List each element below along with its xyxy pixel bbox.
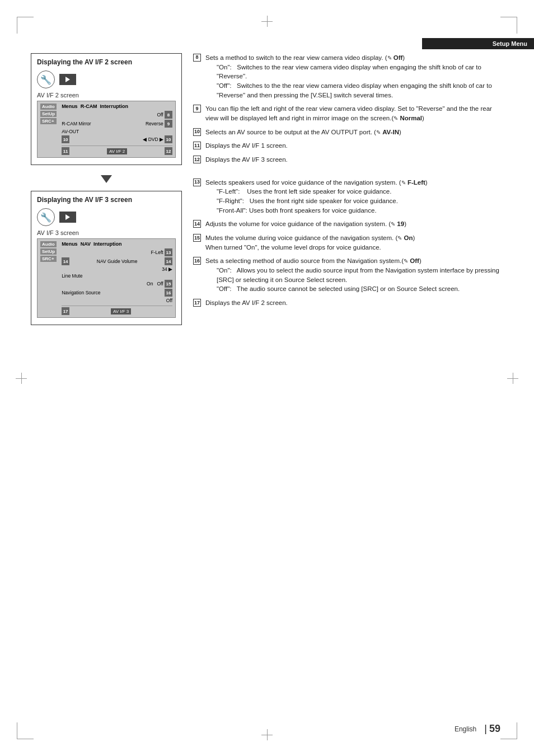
badge-8: 8: [165, 111, 172, 119]
avif3-row7: Off: [62, 297, 172, 304]
avif2-sidebar: Audio SetUp SRC+: [40, 104, 57, 155]
item-13: 13 Selects speakers used for voice guida…: [193, 178, 503, 215]
corner-mark-tr: [500, 17, 517, 34]
badge-9: 9: [165, 120, 172, 128]
right-column: 8 Sets a method to switch to the rear vi…: [193, 53, 503, 333]
avif2-nav-label: AV I/F 2: [107, 148, 127, 154]
avif3-row4: Line Mute: [62, 273, 172, 279]
badge-14a: 14: [62, 257, 69, 265]
avif2-badge-right: 12: [165, 147, 172, 155]
avif3-badge-left: 17: [62, 307, 69, 315]
spacer-mid: [193, 169, 503, 178]
badge-13: 13: [165, 248, 172, 256]
avif3-icons: 🔧: [37, 208, 176, 226]
avif2-icons: 🔧: [37, 71, 176, 88]
avif3-menu-area: Menus NAV Interruption F-Left 13 14 NAV …: [62, 241, 172, 315]
corner-mark-tl: [17, 17, 34, 34]
avif3-screen-mockup: Audio SetUp SRC+ Menus NAV Interruption …: [37, 238, 176, 318]
avif3-sidebar: Audio SetUp SRC+: [40, 241, 57, 315]
avif3-row3: 34 ▶: [62, 266, 172, 273]
cross-mark-right: [507, 373, 518, 384]
avif2-row2: R-CAM Mirror Reverse 9: [62, 119, 172, 128]
avif3-title: Displaying the AV I/F 3 screen: [37, 196, 176, 204]
footer-page-number: 59: [489, 723, 500, 735]
badge-15: 15: [165, 280, 172, 288]
item-10: 10 Selects an AV source to be output at …: [193, 128, 503, 137]
item-9: 9 You can flip the left and right of the…: [193, 104, 503, 123]
avif2-wrench-icon: 🔧: [37, 71, 55, 88]
avif2-section: Displaying the AV I/F 2 screen 🔧 AV I/F …: [31, 53, 182, 165]
avif3-row2: 14 NAV Guide Volume 14: [62, 257, 172, 266]
avif2-src-btn: SRC+: [40, 118, 57, 124]
avif2-audio-btn: Audio: [40, 104, 57, 110]
avif2-badge-left: 11: [62, 147, 69, 155]
item-16: 16 Sets a selecting method of audio sour…: [193, 256, 503, 294]
left-column: Displaying the AV I/F 2 screen 🔧 AV I/F …: [31, 53, 182, 333]
item-17: 17 Displays the AV I/F 2 screen.: [193, 298, 503, 308]
avif3-section: Displaying the AV I/F 3 screen 🔧 AV I/F …: [31, 191, 182, 325]
avif2-menu-area: Menus R-CAM Interruption Off 8 R-CAM Mir…: [62, 104, 172, 155]
badge-10b: 10: [165, 135, 172, 143]
footer-language: English: [455, 725, 476, 733]
avif3-row5: On Off 15: [62, 279, 172, 288]
cross-mark-top: [261, 16, 273, 27]
avif3-src-btn: SRC+: [40, 256, 57, 262]
avif2-setup-btn: SetUp: [40, 111, 57, 117]
avif2-nav-row: 11 AV I/F 2 12: [62, 145, 172, 155]
page-content: Displaying the AV I/F 2 screen 🔧 AV I/F …: [31, 48, 503, 725]
item-11: 11 Displays the AV I/F 1 screen.: [193, 141, 503, 151]
badge-14b: 14: [165, 257, 172, 265]
avif2-title: Displaying the AV I/F 2 screen: [37, 58, 176, 66]
avif2-row3: AV-OUT: [62, 128, 172, 135]
footer-separator: |: [484, 723, 487, 735]
arrow-down-icon: [101, 175, 112, 183]
cross-mark-left: [16, 373, 27, 384]
badge-10: 10: [62, 135, 69, 143]
item-15: 15 Mutes the volume during voice guidanc…: [193, 233, 503, 252]
avif3-audio-btn: Audio: [40, 241, 57, 247]
avif3-row6: Navigation Source 16: [62, 288, 172, 297]
item-14: 14 Adjusts the volume for voice guidance…: [193, 219, 503, 229]
avif2-play-icon: [59, 74, 76, 85]
avif3-menu-title: Menus NAV Interruption: [62, 241, 172, 247]
avif3-setup-btn: SetUp: [40, 248, 57, 255]
arrow-down-container: [31, 173, 182, 185]
avif2-menu-title: Menus R-CAM Interruption: [62, 104, 172, 109]
avif3-nav-row: 17 AV I/F 3: [62, 306, 172, 315]
header-title: Setup Menu: [493, 40, 527, 47]
avif2-screen-label: AV I/F 2 screen: [37, 92, 176, 98]
avif3-wrench-icon: 🔧: [37, 208, 55, 226]
footer: English | 59: [0, 723, 534, 735]
avif3-nav-label: AV I/F 3: [111, 308, 131, 314]
avif3-play-icon: [59, 212, 76, 223]
avif2-row1: Off 8: [62, 110, 172, 119]
two-column-layout: Displaying the AV I/F 2 screen 🔧 AV I/F …: [31, 53, 503, 333]
avif2-screen-mockup: Audio SetUp SRC+ Menus R-CAM Interruptio…: [37, 101, 176, 158]
avif3-row1: F-Left 13: [62, 248, 172, 257]
badge-16: 16: [165, 289, 172, 297]
item-8: 8 Sets a method to switch to the rear vi…: [193, 53, 503, 100]
avif2-row4: 10 ◀ DVD ▶ 10: [62, 135, 172, 144]
avif3-screen-label: AV I/F 3 screen: [37, 229, 176, 236]
item-12: 12 Displays the AV I/F 3 screen.: [193, 155, 503, 165]
